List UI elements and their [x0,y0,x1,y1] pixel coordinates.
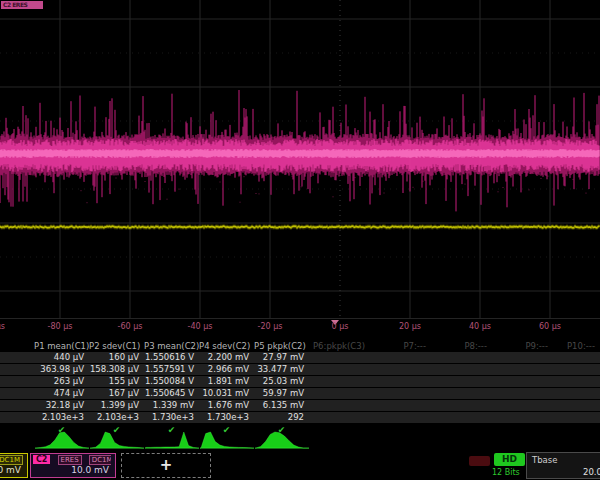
measure-header-p4[interactable]: P4 sdev(C2) [199,340,254,352]
measure-value-p5-r5: 292 [254,412,309,423]
histicon-p3[interactable] [145,430,199,450]
add-channel-button[interactable]: + [121,453,211,478]
measure-header-p6[interactable]: P6:pkpk(C3) [309,340,370,352]
measure-value-p1-r1: 363.98 µV [34,364,89,375]
measure-value-p2-r3: 167 µV [89,388,144,399]
measure-value-p6-r4 [309,400,370,411]
measure-value-p4-r0: 2.200 mV [199,352,254,363]
histicon-p1[interactable] [35,430,89,450]
histicon-p4[interactable] [200,430,254,450]
row-label-cell [0,352,34,363]
histicon-shape [145,432,199,448]
measure-header-p9[interactable]: P9:--- [492,340,553,352]
measure-value-p3-r0: 1.550616 V [144,352,199,363]
measure-value-p2-r2: 155 µV [89,376,144,387]
measure-value-p4-r4: 1.676 mV [199,400,254,411]
measure-value-p5-r2: 25.03 mV [254,376,309,387]
measure-value-p10-r4 [553,400,600,411]
channel-c2-header: C2 ERES DC1M [33,455,111,465]
measure-value-p8-r3 [431,388,492,399]
hd-bits-label: 12 Bits [492,468,520,477]
time-axis-label-6: 20 µs [399,322,421,331]
status-indicator[interactable] [469,456,490,466]
measure-value-p7-r1 [370,364,431,375]
measure-value-p9-r5 [492,412,553,423]
channel-c2-scale: 10.0 mV [71,465,109,475]
measure-header-p2[interactable]: P2 sdev(C1) [89,340,144,352]
row-label-cell [0,376,34,387]
row-label-cell [0,340,34,352]
measure-value-p1-r4: 32.18 µV [34,400,89,411]
measure-value-p3-r2: 1.550084 V [144,376,199,387]
measure-value-p10-r1 [553,364,600,375]
measure-value-p10-r5 [553,412,600,423]
measure-value-p6-r0 [309,352,370,363]
measure-value-p10-r3 [553,388,600,399]
oscilloscope-screen: C2 ERES -100 µs-80 µs-60 µs-40 µs-20 µs0… [0,0,600,480]
measure-value-p10-r2 [553,376,600,387]
measure-value-row: 32.18 µV1.399 µV1.339 mV1.676 mV6.135 mV [0,400,600,411]
measure-value-p6-r2 [309,376,370,387]
measure-value-p3-r1: 1.557591 V [144,364,199,375]
histicon-shape [200,432,254,448]
measure-value-p5-r0: 27.97 mV [254,352,309,363]
measure-value-p7-r2 [370,376,431,387]
time-axis-label-7: 40 µs [469,322,491,331]
measurement-table: P1 mean(C1)P2 sdev(C1)P3 mean(C2)P4 sdev… [0,340,600,436]
measure-value-p2-r4: 1.399 µV [89,400,144,411]
time-axis-label-0: -100 µs [0,322,5,331]
measure-value-p7-r3 [370,388,431,399]
measure-header-p7[interactable]: P7:--- [370,340,431,352]
row-label-cell [0,388,34,399]
measure-value-p10-r0 [553,352,600,363]
measure-value-p9-r4 [492,400,553,411]
measure-value-p9-r2 [492,376,553,387]
measure-header-p10[interactable]: P10:--- [553,340,600,352]
waveform-display[interactable]: C2 ERES [0,0,600,318]
time-axis-label-5: 0 µs [332,322,349,331]
histicon-shape [35,432,89,448]
measure-value-row: 440 µV160 µV1.550616 V2.200 mV27.97 mV [0,352,600,363]
measure-value-p5-r3: 59.97 mV [254,388,309,399]
measure-value-p8-r1 [431,364,492,375]
c2-eres-chip: ERES [58,455,82,465]
measure-value-p2-r0: 160 µV [89,352,144,363]
measure-value-row: 263 µV155 µV1.550084 V1.891 mV25.03 mV [0,376,600,387]
measure-value-p4-r5: 1.730e+3 [199,412,254,423]
time-axis-label-4: -20 µs [258,322,283,331]
measure-value-p9-r3 [492,388,553,399]
measure-value-p4-r3: 10.031 mV [199,388,254,399]
time-axis: -100 µs-80 µs-60 µs-40 µs-20 µs0 µs20 µs… [0,318,600,336]
measure-header-row: P1 mean(C1)P2 sdev(C1)P3 mean(C2)P4 sdev… [0,340,600,352]
measure-value-p7-r5 [370,412,431,423]
time-axis-label-3: -40 µs [188,322,213,331]
histicon-p5[interactable] [255,430,309,450]
measure-value-p4-r1: 2.966 mV [199,364,254,375]
measure-value-p1-r5: 2.103e+3 [34,412,89,423]
measure-value-p7-r4 [370,400,431,411]
measure-value-p3-r4: 1.339 mV [144,400,199,411]
row-label-cell [0,400,34,411]
histicon-p2[interactable] [90,430,144,450]
channel-c1-descriptor[interactable]: ERES DC1M 10.0 mV [0,453,28,478]
channel-c2-descriptor[interactable]: C2 ERES DC1M 10.0 mV [30,453,116,478]
measure-header-p8[interactable]: P8:--- [431,340,492,352]
measure-header-p3[interactable]: P3 mean(C2) [144,340,199,352]
measure-value-p2-r1: 158.308 µV [89,364,144,375]
measure-header-p1[interactable]: P1 mean(C1) [34,340,89,352]
timebase-value: 20.0 [583,467,600,477]
measure-header-p5[interactable]: P5 pkpk(C2) [254,340,309,352]
measure-value-p1-r2: 263 µV [34,376,89,387]
measure-value-row: 363.98 µV158.308 µV1.557591 V2.966 mV33.… [0,364,600,375]
measure-value-p9-r1 [492,364,553,375]
channel-c2-badge: C2 [33,455,50,464]
measure-value-row: 474 µV167 µV1.550645 V10.031 mV59.97 mV [0,388,600,399]
measure-value-p6-r3 [309,388,370,399]
measure-value-p4-r2: 1.891 mV [199,376,254,387]
measure-value-p1-r0: 440 µV [34,352,89,363]
timebase-descriptor[interactable]: Tbase 20.0 [526,452,600,479]
measure-value-p5-r4: 6.135 mV [254,400,309,411]
hd-mode-badge[interactable]: HD [494,453,525,466]
trace-label-badge: C2 ERES [1,1,43,9]
measure-value-row: 2.103e+32.103e+31.730e+31.730e+3292 [0,412,600,423]
